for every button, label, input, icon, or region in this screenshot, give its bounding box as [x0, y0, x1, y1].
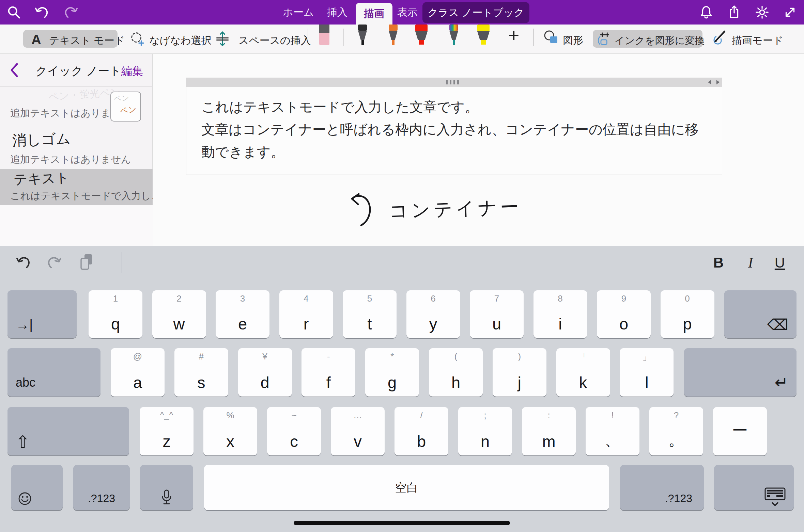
add-pen-button[interactable]: +	[504, 25, 524, 45]
pen-orange-tool[interactable]	[382, 25, 404, 47]
key-。[interactable]: ?。	[649, 407, 703, 455]
search-icon[interactable]	[6, 4, 22, 20]
key-b[interactable]: /b	[395, 407, 448, 455]
underline-button[interactable]: U	[771, 254, 789, 272]
key-g[interactable]: *g	[365, 348, 419, 397]
shift-key[interactable]: ⇧	[7, 407, 129, 455]
numbers-key-right[interactable]: .?123	[620, 465, 704, 510]
italic-button[interactable]: I	[741, 254, 760, 272]
key-y[interactable]: 6y	[406, 290, 460, 338]
key-ー[interactable]: ー	[713, 407, 767, 455]
page-list-item-eraser[interactable]: 消しゴム 追加テキストはありません	[0, 125, 153, 169]
key-d[interactable]: ¥d	[238, 348, 292, 397]
gear-icon[interactable]	[754, 4, 770, 20]
lasso-icon[interactable]	[129, 31, 145, 48]
highlighter-red-tool[interactable]	[411, 25, 433, 47]
numbers-key-left[interactable]: .?123	[73, 465, 130, 510]
lasso-label[interactable]: なげなわ選択	[149, 34, 212, 48]
bell-icon[interactable]	[698, 4, 714, 20]
key-z[interactable]: ^_^z	[140, 407, 194, 455]
key-、[interactable]: !、	[586, 407, 639, 455]
key-v[interactable]: …v	[331, 407, 385, 455]
container-text[interactable]: これはテキストモードで入力した文章です。 文章はコンテイナーと呼ばれる枠内に入力…	[186, 87, 722, 175]
return-key[interactable]: ↵	[684, 348, 797, 397]
shapes-icon[interactable]	[543, 29, 559, 47]
pen-rainbow-tool[interactable]	[443, 25, 465, 47]
resize-arrows-icon[interactable]	[708, 80, 720, 84]
backspace-key[interactable]: ⌫	[724, 290, 797, 338]
key-i[interactable]: 8i	[534, 290, 587, 338]
redo-icon[interactable]	[63, 4, 79, 20]
emoji-key[interactable]	[11, 465, 63, 510]
tab-label: ホーム	[283, 5, 314, 19]
page-list-item-text-selected[interactable]: テキスト これはテキストモードで入力し…	[0, 169, 153, 205]
key-alt-label: )	[493, 351, 546, 362]
page-list-item-pen[interactable]: ペン・蛍光ペン 追加テキストはありま… ペン ペン	[0, 87, 153, 125]
key-f[interactable]: -f	[302, 348, 355, 397]
draw-mode-icon[interactable]	[710, 29, 727, 47]
insert-space-label[interactable]: スペースの挿入	[238, 34, 311, 48]
key-alt-label: 9	[597, 293, 651, 304]
key-l[interactable]: 」l	[620, 348, 674, 397]
key-c[interactable]: ~c	[267, 407, 321, 455]
undo-icon[interactable]	[34, 4, 50, 20]
key-main-label: a	[111, 373, 165, 392]
pen-black-tool[interactable]	[352, 25, 373, 47]
key-t[interactable]: 5t	[343, 290, 397, 338]
key-x[interactable]: %x	[203, 407, 257, 455]
key-n[interactable]: ;n	[458, 407, 512, 455]
home-indicator[interactable]	[294, 521, 510, 525]
key-alt-label: 7	[470, 293, 524, 304]
dismiss-keyboard-key[interactable]	[714, 465, 794, 510]
edit-button[interactable]: 編集	[121, 64, 143, 79]
note-canvas[interactable]: これはテキストモードで入力した文章です。 文章はコンテイナーと呼ばれる枠内に入力…	[153, 54, 804, 246]
container-drag-handle[interactable]	[186, 78, 722, 87]
text-container[interactable]: これはテキストモードで入力した文章です。 文章はコンテイナーと呼ばれる枠内に入力…	[186, 78, 722, 175]
tab-view[interactable]: 表示	[395, 0, 420, 25]
fullscreen-icon[interactable]	[782, 4, 798, 20]
ink-to-shape-button[interactable]: インクを図形に変換	[593, 30, 702, 48]
space-key[interactable]: 空白	[204, 465, 609, 510]
key-h[interactable]: (h	[429, 348, 483, 397]
eraser-tool[interactable]	[314, 25, 334, 47]
insert-space-icon[interactable]	[214, 30, 231, 49]
highlighter-yellow-tool[interactable]	[473, 25, 495, 47]
bold-button[interactable]: B	[709, 254, 728, 272]
paste-icon[interactable]	[78, 253, 95, 273]
key-p[interactable]: 0p	[661, 290, 714, 338]
key-j[interactable]: )j	[493, 348, 546, 397]
tab-class-notebook[interactable]: クラス ノートブック	[422, 2, 529, 23]
dictation-key[interactable]	[140, 465, 193, 510]
key-q[interactable]: 1q	[89, 290, 142, 338]
key-w[interactable]: 2w	[152, 290, 206, 338]
key-main-label: d	[238, 373, 292, 392]
tab-home[interactable]: ホーム	[283, 0, 314, 25]
key-main-label: f	[302, 373, 355, 392]
key-e[interactable]: 3e	[216, 290, 269, 338]
draw-mode-label[interactable]: 描画モード	[732, 34, 783, 48]
kb-undo-icon[interactable]	[15, 254, 32, 272]
page-thumbnail: ペン ペン	[110, 92, 141, 122]
shapes-label[interactable]: 図形	[563, 34, 583, 48]
abc-key[interactable]: abc	[7, 348, 100, 397]
back-chevron-icon[interactable]	[10, 63, 19, 79]
key-s[interactable]: #s	[174, 348, 228, 397]
tab-insert[interactable]: 挿入	[324, 0, 350, 25]
key-u[interactable]: 7u	[470, 290, 524, 338]
key-r[interactable]: 4r	[279, 290, 333, 338]
key-k[interactable]: 「k	[556, 348, 610, 397]
tab-label: 挿入	[327, 5, 347, 19]
key-main-label: w	[152, 315, 206, 333]
key-main-label: p	[661, 315, 714, 333]
text-mode-button[interactable]: A テキスト モード	[23, 30, 118, 48]
sidebar-title: クイック ノート	[35, 63, 121, 79]
key-o[interactable]: 9o	[597, 290, 651, 338]
key-main-label: n	[458, 432, 512, 451]
kb-redo-icon[interactable]	[46, 254, 62, 272]
tab-draw[interactable]: 描画	[356, 3, 392, 25]
key-main-label: 、	[586, 429, 639, 451]
key-m[interactable]: :m	[522, 407, 576, 455]
share-icon[interactable]	[726, 4, 742, 20]
key-a[interactable]: @a	[111, 348, 165, 397]
tab-key[interactable]: →|	[7, 290, 77, 338]
